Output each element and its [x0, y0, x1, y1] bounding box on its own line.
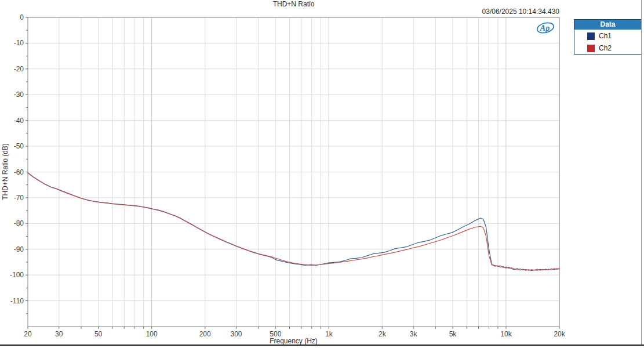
x-axis-label: Frequency (Hz): [28, 337, 559, 345]
panel-right-border: [641, 0, 642, 345]
legend-item-label: Ch1: [599, 32, 612, 40]
svg-text:-50: -50: [14, 142, 24, 150]
svg-text:-30: -30: [14, 90, 24, 99]
svg-text:0: 0: [20, 13, 24, 21]
svg-text:-100: -100: [10, 271, 24, 279]
thdn-measurement-panel: { "header": { "title": "THD+N Ratio", "t…: [0, 0, 644, 348]
ch2-color-swatch: [587, 45, 595, 52]
ap-logo-text: Ap: [540, 24, 550, 32]
svg-text:-10: -10: [14, 39, 24, 47]
legend-panel: Data Ch1 Ch2: [574, 19, 642, 55]
ch1-color-swatch: [587, 32, 595, 40]
svg-text:-110: -110: [10, 297, 24, 305]
legend-item-label: Ch2: [599, 44, 612, 52]
svg-text:-90: -90: [14, 245, 24, 253]
svg-text:-40: -40: [14, 117, 24, 125]
svg-text:-70: -70: [14, 194, 24, 202]
svg-text:-20: -20: [14, 65, 24, 73]
svg-text:-80: -80: [14, 219, 24, 227]
panel-bottom-border: [0, 345, 644, 346]
svg-text:-60: -60: [14, 168, 24, 176]
legend-header: Data: [574, 20, 641, 30]
legend-item-ch2[interactable]: Ch2: [574, 42, 641, 54]
plot-area: 0-10-20-30-40-50-60-70-80-90-100-1102030…: [0, 0, 644, 348]
audio-precision-logo: Ap: [536, 21, 555, 35]
y-axis-label: THD+N Ratio (dB): [1, 143, 9, 200]
legend-item-ch1[interactable]: Ch1: [574, 30, 641, 42]
